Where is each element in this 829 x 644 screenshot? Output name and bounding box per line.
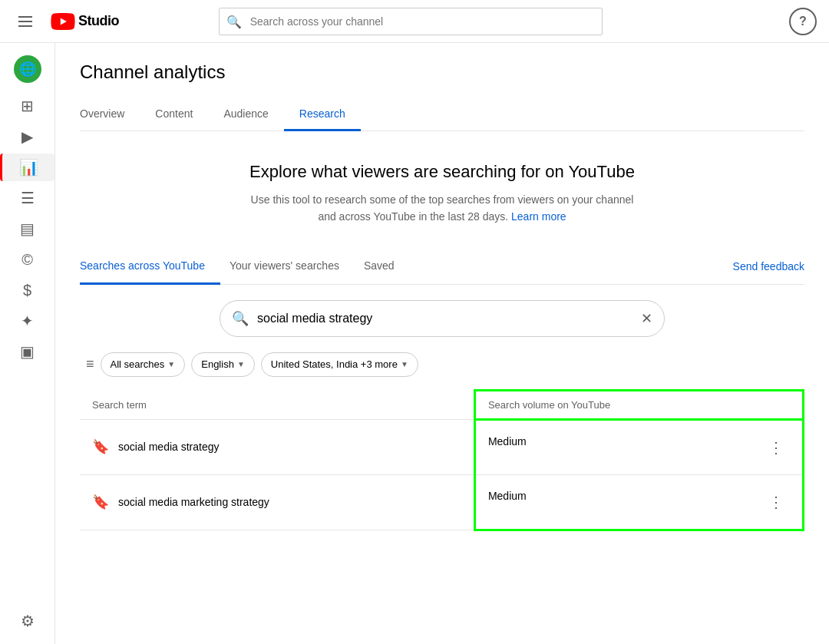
term-cell-2: 🔖 social media marketing strategy xyxy=(92,494,461,510)
content-area: Channel analytics Overview Content Audie… xyxy=(55,43,829,644)
sub-tab-viewers-searches[interactable]: Your viewers' searches xyxy=(230,249,355,285)
main-area: 🌐 ⊞ ▶ 📊 ☰ ▤ © $ ✦ xyxy=(0,43,829,644)
all-searches-filter[interactable]: All searches ▼ xyxy=(101,352,186,377)
sidebar-item-monetize[interactable]: $ xyxy=(0,276,54,304)
td-term-2: 🔖 social media marketing strategy xyxy=(80,474,474,530)
term-label-1: social media strategy xyxy=(118,441,220,453)
send-feedback-link[interactable]: Send feedback xyxy=(733,249,804,283)
term-label-2: social media marketing strategy xyxy=(118,496,269,508)
copyright-icon: © xyxy=(21,252,33,267)
tab-audience[interactable]: Audience xyxy=(208,98,283,131)
research-search-icon: 🔍 xyxy=(232,310,249,327)
sidebar-item-settings[interactable]: ⚙ xyxy=(0,607,54,635)
td-volume-1: Medium ⋮ xyxy=(474,419,803,474)
help-button[interactable]: ? xyxy=(789,8,817,35)
library-icon: ▣ xyxy=(20,344,35,359)
sidebar-item-analytics[interactable]: 📊 xyxy=(0,154,54,181)
video-icon: ▶ xyxy=(21,129,33,144)
sidebar-item-video[interactable]: ▶ xyxy=(0,123,54,150)
sidebar-item-customise[interactable]: ✦ xyxy=(0,307,54,335)
bookmark-icon-2[interactable]: 🔖 xyxy=(92,494,109,510)
region-filter[interactable]: United States, India +3 more ▼ xyxy=(261,352,418,377)
table-header-row: Search term Search volume on YouTube xyxy=(80,390,804,419)
sub-tabs: Searches across YouTube Your viewers' se… xyxy=(80,249,804,285)
analytics-icon: 📊 xyxy=(19,160,38,175)
dashboard-icon: ⊞ xyxy=(21,98,34,114)
bookmark-icon-1[interactable]: 🔖 xyxy=(92,438,109,455)
th-search-volume: Search volume on YouTube xyxy=(474,390,803,419)
research-search-input[interactable] xyxy=(220,300,665,337)
logo-text: Studio xyxy=(78,13,119,29)
td-term-1: 🔖 social media strategy xyxy=(80,419,474,474)
volume-value-1: Medium xyxy=(488,435,527,447)
td-volume-2: Medium ⋮ xyxy=(474,474,803,530)
search-input[interactable] xyxy=(219,8,603,35)
tab-research[interactable]: Research xyxy=(284,98,361,131)
hamburger-button[interactable] xyxy=(12,10,38,33)
settings-icon: ⚙ xyxy=(21,613,35,629)
top-bar: Studio 🔍 ? xyxy=(0,0,829,43)
volume-value-2: Medium xyxy=(488,490,527,502)
language-filter[interactable]: English ▼ xyxy=(191,352,255,377)
results-table: Search term Search volume on YouTube 🔖 s… xyxy=(80,389,804,531)
search-bar-wrapper: 🔍 xyxy=(219,8,603,35)
more-button-2[interactable]: ⋮ xyxy=(762,490,790,514)
sidebar-item-copyright[interactable]: © xyxy=(0,246,54,273)
search-icon: 🔍 xyxy=(226,14,242,28)
sidebar-item-globe[interactable]: 🌐 xyxy=(0,49,54,89)
app-container: Studio 🔍 ? 🌐 ⊞ ▶ 📊 xyxy=(0,0,829,644)
hero-section: Explore what viewers are searching for o… xyxy=(80,131,804,249)
subtitles-icon: ▤ xyxy=(20,221,35,236)
sidebar-item-dashboard[interactable]: ⊞ xyxy=(0,92,54,120)
monetize-icon: $ xyxy=(23,282,31,298)
comments-icon: ☰ xyxy=(21,190,35,206)
tab-overview[interactable]: Overview xyxy=(80,98,140,131)
filters-bar: ≡ All searches ▼ English ▼ United States… xyxy=(80,352,804,377)
sidebar-item-comments[interactable]: ☰ xyxy=(0,184,54,212)
table-row: 🔖 social media strategy Medium ⋮ xyxy=(80,419,804,474)
sub-tab-saved[interactable]: Saved xyxy=(364,249,410,285)
filter-icon: ≡ xyxy=(86,356,94,372)
region-arrow: ▼ xyxy=(401,360,408,368)
hero-description: Use this tool to research some of the to… xyxy=(243,191,642,226)
help-icon: ? xyxy=(799,15,807,28)
logo[interactable]: Studio xyxy=(51,13,119,30)
customise-icon: ✦ xyxy=(21,313,34,329)
more-button-1[interactable]: ⋮ xyxy=(762,435,790,460)
youtube-logo-icon xyxy=(51,13,75,30)
th-search-term: Search term xyxy=(80,390,474,419)
page-title: Channel analytics xyxy=(80,61,804,83)
hero-heading: Explore what viewers are searching for o… xyxy=(95,162,789,182)
sub-tab-searches-across[interactable]: Searches across YouTube xyxy=(80,249,220,285)
research-search-wrapper: 🔍 ✕ xyxy=(220,300,665,337)
sidebar-item-subtitles[interactable]: ▤ xyxy=(0,215,54,243)
term-cell-1: 🔖 social media strategy xyxy=(92,438,461,455)
clear-search-button[interactable]: ✕ xyxy=(641,310,652,327)
sidebar-item-library[interactable]: ▣ xyxy=(0,338,54,365)
analytics-tabs: Overview Content Audience Research xyxy=(80,98,804,131)
table-row: 🔖 social media marketing strategy Medium… xyxy=(80,474,804,530)
learn-more-link[interactable]: Learn more xyxy=(511,210,566,223)
search-bar-container: 🔍 xyxy=(219,8,603,35)
sidebar: 🌐 ⊞ ▶ 📊 ☰ ▤ © $ ✦ xyxy=(0,43,55,644)
tab-content[interactable]: Content xyxy=(140,98,208,131)
globe-icon: 🌐 xyxy=(14,55,41,83)
language-arrow: ▼ xyxy=(237,360,245,368)
all-searches-arrow: ▼ xyxy=(167,360,175,368)
